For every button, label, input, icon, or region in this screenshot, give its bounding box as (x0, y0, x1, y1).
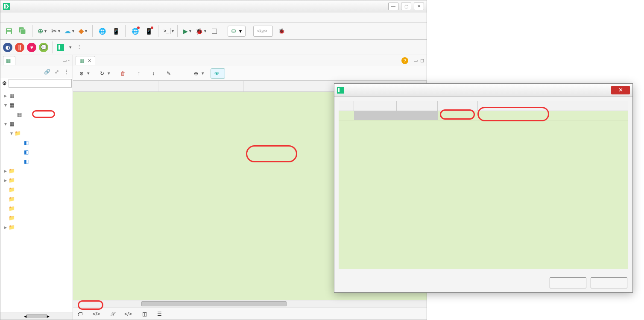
integration-icon: ◫ (142, 311, 147, 317)
tree-keywords[interactable]: 📁 (0, 194, 73, 204)
tree-obj-input-u[interactable]: ◧ (0, 147, 73, 157)
debug-button[interactable]: 🐞 (275, 26, 290, 36)
new-button[interactable]: ⊕ (36, 25, 48, 37)
explorer-h-scrollbar[interactable]: ◂▸ (0, 312, 73, 320)
filter-icon[interactable]: ⚙ (2, 80, 7, 86)
col-param-name[interactable] (354, 101, 397, 111)
tab-manual[interactable]: 🏷 (76, 309, 86, 319)
history-icon: ↻ (100, 70, 104, 76)
profile-dropdown[interactable]: ⛁▾ (228, 26, 246, 37)
plugin-circle-2[interactable]: || (15, 43, 24, 52)
col-value[interactable] (478, 101, 628, 111)
menu-dots-icon[interactable]: ⋮ (62, 68, 71, 76)
menu-help[interactable] (68, 16, 76, 19)
editor-h-scrollbar[interactable] (73, 300, 427, 308)
view-button[interactable]: 👁 (211, 68, 225, 79)
add-to-suite-button[interactable]: ⊕▾ (190, 68, 208, 79)
menubar (0, 12, 427, 23)
menu-testops[interactable] (49, 16, 58, 19)
tree-obj-input[interactable]: ◧ (0, 138, 73, 147)
tree-passport-folder[interactable]: ▾📁 (0, 129, 73, 138)
editor-tab-login[interactable]: ▦ ✕ (76, 56, 95, 65)
delete-step-button[interactable]: 🗑 (117, 68, 131, 79)
menu-file[interactable] (2, 16, 11, 19)
explorer-search-input[interactable] (9, 79, 72, 88)
link-editor-icon[interactable]: 🔗 (43, 68, 51, 76)
debug-run-button[interactable]: 🐞 (195, 25, 207, 37)
tree-object-repo[interactable]: ▾▦ (0, 119, 73, 129)
menu-edit[interactable] (21, 16, 29, 19)
help-icon[interactable]: ? (401, 57, 408, 64)
tab-properties[interactable]: ☰ (155, 309, 165, 319)
tree-login[interactable]: ▦ (0, 110, 73, 119)
minimize-button[interactable]: — (388, 3, 398, 10)
maximize-button[interactable]: ▢ (401, 3, 411, 10)
plugin-circle-4[interactable]: 💬 (39, 43, 48, 52)
stop-button[interactable] (208, 25, 220, 37)
menu-plugin[interactable] (77, 16, 86, 19)
scrollbar-thumb[interactable] (26, 314, 47, 318)
pane-menu-icon[interactable]: ▫ (68, 58, 70, 63)
col-no[interactable] (339, 101, 354, 111)
cell-value-type[interactable] (438, 111, 478, 120)
run-button[interactable]: ▶ (181, 25, 193, 37)
col-param-type[interactable] (397, 101, 438, 111)
tab-integration[interactable]: ◫ (141, 309, 150, 319)
record-web-button[interactable]: 🌐 (129, 25, 141, 37)
save-all-button[interactable] (17, 25, 29, 37)
menu-action[interactable] (12, 16, 20, 19)
edit-tags-button[interactable]: ✎ (163, 68, 176, 79)
cell-value[interactable] (478, 111, 628, 120)
tree-data-files[interactable]: ▸📁 (0, 176, 73, 185)
maximize-editor-icon[interactable]: ◻ (420, 58, 424, 63)
minimize-editor-icon[interactable]: ▭ (413, 58, 418, 63)
add-step-button[interactable]: ⊕▾ (76, 68, 94, 79)
keyword-button[interactable]: <kw> (253, 26, 273, 37)
tree-checkpoints[interactable]: 📁 (0, 185, 73, 194)
explorer-tab[interactable]: ▦ (3, 56, 15, 65)
ok-button[interactable] (550, 277, 586, 288)
cmd-button[interactable]: >_ (162, 25, 174, 37)
plugin-circle-3[interactable]: ♥ (27, 43, 36, 52)
tree-test-suites[interactable]: ▸📁 (0, 166, 73, 176)
chevron-down-icon[interactable]: ▾ (69, 44, 72, 50)
dialog-close-button[interactable]: ✕ (611, 86, 630, 94)
menu-window[interactable] (59, 16, 67, 19)
tab-variables-script[interactable]: </> (123, 309, 135, 319)
collapse-all-icon[interactable]: ⤢ (53, 68, 61, 76)
tree-profiles[interactable]: ▸▦ (0, 91, 73, 100)
spy-mobile-button[interactable]: 📱 (110, 25, 122, 37)
tree-test-cases[interactable]: ▾▦ (0, 100, 73, 110)
tree-include[interactable]: ▸📁 (0, 223, 73, 232)
tree-obj-input-p[interactable]: ◧ (0, 157, 73, 166)
col-item[interactable] (73, 81, 158, 91)
record-mobile-button[interactable]: 📱 (143, 25, 155, 37)
tree-listeners[interactable]: 📁 (0, 204, 73, 213)
col-value-type[interactable] (438, 101, 478, 111)
menu-debug[interactable] (40, 16, 48, 19)
spy-button[interactable]: ✂ (50, 25, 61, 37)
scrollbar-thumb[interactable] (141, 301, 287, 306)
spy-web-button[interactable]: 🌐 (96, 25, 108, 37)
plugin-circle-1[interactable]: ◐ (3, 43, 12, 52)
close-button[interactable]: ✕ (414, 3, 424, 10)
tree-reports[interactable]: 📁 (0, 213, 73, 223)
folder-icon: 📁 (8, 186, 15, 193)
testops-button[interactable]: ☁ (63, 25, 75, 37)
move-down-button[interactable]: ↓ (148, 68, 160, 79)
tab-variables[interactable]: 𝒳 (108, 309, 117, 319)
test-case-icon: ▦ (16, 111, 23, 118)
col-object[interactable] (158, 81, 244, 91)
recent-keywords-button[interactable]: ↻▾ (96, 68, 114, 79)
minimize-pane-icon[interactable]: ▭ (62, 58, 67, 63)
input-row[interactable] (339, 111, 628, 120)
close-tab-icon[interactable]: ✕ (88, 58, 91, 64)
main-toolbar: ⊕ ✂ ☁ ◆ 🌐 📱 🌐 📱 >_ ▶ 🐞 ⛁▾ <kw> 🐞 (0, 23, 427, 40)
git-button[interactable]: ◆ (77, 25, 89, 37)
cancel-button[interactable] (591, 277, 627, 288)
tab-script[interactable]: </> (91, 309, 103, 319)
save-button[interactable] (3, 25, 15, 37)
move-up-button[interactable]: ↑ (134, 68, 146, 79)
more-icon[interactable]: ⋮ (77, 44, 82, 50)
menu-project[interactable] (30, 16, 39, 19)
